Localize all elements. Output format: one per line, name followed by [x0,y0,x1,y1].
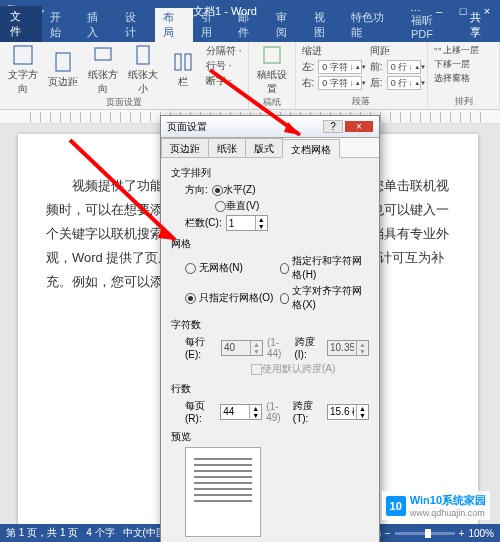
grid-line-char-label: 指定行和字符网格(H) [292,254,369,282]
text-direction-button[interactable]: 文字方向 [6,44,40,96]
section-grid: 网格 无网格(N) 指定行和字符网格(H) 只指定行网格(O) 文字对齐字符网格… [171,237,369,312]
columns-count-value[interactable] [227,218,255,229]
grid-line-only-radio[interactable]: 只指定行网格(O) [185,284,274,312]
section-chars: 字符数 每行(E): ▲▼ (1-44) 跨度(I): ▲▼ 使用默认跨度(A) [171,318,369,376]
status-page[interactable]: 第 1 页，共 1 页 [6,526,78,540]
tab-layout[interactable]: 布局 [155,8,193,42]
group-arrange-label: 排列 [434,95,493,109]
columns-button[interactable]: 栏 [166,44,200,96]
perline-value [222,342,250,353]
svg-rect-3 [137,46,149,64]
tab-review[interactable]: 审阅 [268,8,306,42]
selection-pane-button[interactable]: 选择窗格 [434,72,470,85]
grid-line-char-radio[interactable]: 指定行和字符网格(H) [280,254,369,282]
zoom-slider[interactable] [395,532,455,535]
perpage-value[interactable] [221,406,249,417]
direction-vertical-radio[interactable]: 垂直(V) [215,199,259,213]
direction-horizontal-radio[interactable]: 水平(Z) [212,183,256,197]
default-pitch-label: 使用默认跨度(A) [262,363,335,374]
margins-label: 页边距 [48,75,78,89]
bring-forward-button[interactable]: 上移一层 [443,44,479,57]
default-pitch-check: 使用默认跨度(A) [251,362,335,376]
share-button[interactable]: 共享 [462,8,500,42]
orientation-label: 纸张方向 [86,68,120,96]
group-arrange: ▫ ▫ 上移一层 下移一层 选择窗格 排列 [428,42,500,109]
grid-snap-char-radio[interactable]: 文字对齐字符网格(X) [280,284,369,312]
svg-rect-2 [95,48,111,60]
perpage-label: 每页(R): [185,399,216,424]
spacing-before-spin[interactable]: 0 行▲▼ [387,60,422,74]
section-text-title: 文字排列 [171,166,369,180]
annotation-arrow-2 [60,130,200,264]
send-backward-button[interactable]: 下移一层 [434,58,470,71]
section-chars-title: 字符数 [171,318,369,332]
tab-special[interactable]: 特色功能 [343,8,402,42]
line-pitch-label: 跨度(T): [293,399,323,424]
tab-mailings[interactable]: 邮件 [230,8,268,42]
size-label: 纸张大小 [126,68,160,96]
perline-spin: ▲▼ [221,340,263,356]
grid-none-label: 无网格(N) [199,261,243,275]
tab-file[interactable]: 文件 [0,6,42,42]
spacing-after-spin[interactable]: 0 行▲▼ [387,76,422,90]
spacing-before-value: 0 行 [388,61,411,74]
section-preview-title: 预览 [171,430,369,444]
preview-thumbnail [185,447,261,537]
zoom-out-button[interactable]: − [385,528,391,539]
section-lines-title: 行数 [171,382,369,396]
section-lines: 行数 每页(R): ▲▼ (1-49) 跨度(T): ▲▼ [171,382,369,424]
spacing-after-label: 后: [370,76,383,90]
tab-insert[interactable]: 插入 [79,8,117,42]
grid-snap-char-label: 文字对齐字符网格(X) [292,284,369,312]
status-words[interactable]: 4 个字 [86,526,114,540]
tab-references[interactable]: 引用 [193,8,231,42]
position-button[interactable]: ▫ [434,44,437,57]
svg-line-7 [210,70,300,135]
line-pitch-value[interactable] [328,406,356,417]
tab-home[interactable]: 开始 [42,8,80,42]
ribbon-tabs: 文件 开始 插入 设计 布局 引用 邮件 审阅 视图 特色功能 福昕PDF 共享 [0,22,500,42]
perpage-spin[interactable]: ▲▼ [220,404,262,420]
breaks-button[interactable]: 分隔符 · [206,44,242,58]
dialog-close-button[interactable]: × [345,121,373,132]
size-button[interactable]: 纸张大小 [126,44,160,96]
columns-label: 栏 [178,75,188,89]
columns-count-spin[interactable]: ▲▼ [226,215,268,231]
tab-foxit[interactable]: 福昕PDF [403,11,462,42]
watermark-title: Win10系统家园 [410,494,486,506]
perline-label: 每行(E): [185,335,217,360]
grid-line-only-label: 只指定行网格(O) [199,291,273,305]
char-pitch-spin: ▲▼ [327,340,369,356]
svg-rect-0 [14,46,32,64]
indent-header: 缩进 [302,44,362,58]
wrap-button[interactable]: ▫ [438,44,441,57]
svg-rect-5 [185,54,191,70]
svg-rect-4 [175,54,181,70]
perline-range: (1-44) [267,337,291,359]
margins-button[interactable]: 页边距 [46,44,80,96]
svg-line-9 [70,140,175,240]
spacing-before-label: 前: [370,60,383,74]
zoom-in-button[interactable]: + [459,528,465,539]
text-direction-label: 文字方向 [6,68,40,96]
orientation-button[interactable]: 纸张方向 [86,44,120,96]
breaks-label: 分隔符 · [206,44,242,58]
section-preview: 预览 [171,430,369,537]
watermark-logo-icon: 10 [386,496,406,516]
watermark-url: www.qdhuajin.com [410,508,486,518]
direction-horizontal-label: 水平(Z) [223,184,256,195]
zoom-level[interactable]: 100% [468,528,494,539]
tab-view[interactable]: 视图 [306,8,344,42]
svg-rect-1 [56,53,70,71]
watermark: 10 Win10系统家园 www.qdhuajin.com [382,491,490,520]
direction-vertical-label: 垂直(V) [226,200,259,211]
spacing-header: 间距 [370,44,421,58]
perpage-range: (1-49) [266,401,289,423]
section-grid-title: 网格 [171,237,369,251]
char-pitch-value [328,342,356,353]
spacing-after-value: 0 行 [388,77,411,90]
char-pitch-label: 跨度(I): [295,335,323,360]
tab-design[interactable]: 设计 [117,8,155,42]
line-pitch-spin[interactable]: ▲▼ [327,404,369,420]
section-text-direction: 文字排列 方向: 水平(Z) 垂直(V) 栏数(C): ▲▼ [171,166,369,231]
